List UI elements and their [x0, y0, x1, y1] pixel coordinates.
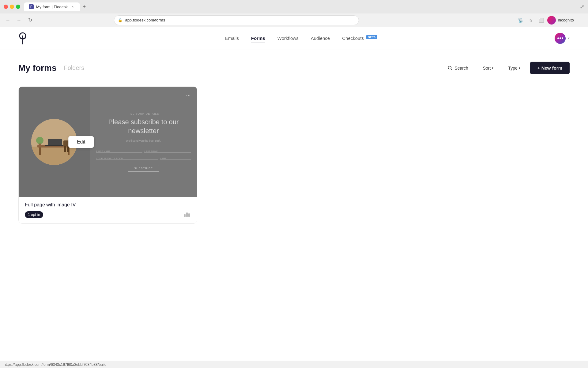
svg-rect-17 [184, 214, 186, 217]
search-icon [448, 66, 453, 71]
status-url: https://app.flodesk.com/form/6343c197f60… [4, 362, 107, 367]
tab-bar: F My form | Flodesk × + [24, 2, 89, 11]
preview-small-text: FILL YOUR DETAILS [128, 112, 159, 115]
analytics-chart-icon [183, 211, 191, 217]
forms-grid: FILL YOUR DETAILS Please subscribe to ou… [18, 86, 570, 224]
page-content: My forms Folders Search Sort ▾ Type [0, 49, 588, 236]
preview-headline: Please subscribe to our newsletter [96, 118, 191, 135]
nav-forms[interactable]: Forms [251, 34, 265, 42]
flodesk-logo-icon [18, 33, 29, 44]
window-expand-icon[interactable]: ⤢ [580, 3, 584, 10]
traffic-lights [4, 5, 20, 9]
tab-title: My form | Flodesk [36, 5, 68, 9]
form-card[interactable]: FILL YOUR DETAILS Please subscribe to ou… [18, 86, 197, 224]
preview-food-field: YOUR FAVORITE FOOD [96, 154, 158, 160]
preview-name-field: NAME [160, 154, 191, 160]
card-more-options-button[interactable]: ··· [183, 90, 193, 100]
form-card-preview: FILL YOUR DETAILS Please subscribe to ou… [19, 87, 197, 197]
incognito-label: Incognito [558, 18, 574, 22]
beta-badge: BETA [366, 35, 377, 39]
tab-favicon-icon: F [29, 4, 34, 9]
app-header: Emails Forms Workflows Audience Checkout… [0, 27, 588, 49]
cast-icon[interactable]: 📡 [516, 16, 525, 25]
svg-point-15 [36, 137, 43, 144]
form-card-info: Full page with image IV 1 opt-in [19, 197, 197, 223]
sort-button[interactable]: Sort ▾ [478, 63, 499, 73]
minimize-window-button[interactable] [10, 5, 14, 9]
sort-chevron-icon: ▾ [492, 66, 493, 70]
folders-link[interactable]: Folders [64, 64, 84, 71]
address-bar[interactable]: 🔒 app.flodesk.com/forms [114, 15, 359, 25]
close-window-button[interactable] [4, 5, 8, 9]
back-button[interactable]: ← [4, 16, 12, 25]
page-actions: Search Sort ▾ Type ▾ + New form [443, 62, 570, 74]
avatar-dots [557, 37, 563, 39]
svg-rect-11 [45, 145, 63, 146]
more-menu-icon[interactable]: ⋮ [576, 16, 584, 25]
opt-in-badge: 1 opt-in [25, 211, 43, 218]
preview-food-field-row: YOUR FAVORITE FOOD NAME [96, 155, 191, 160]
forward-button[interactable]: → [15, 16, 23, 25]
maximize-window-button[interactable] [16, 5, 20, 9]
extensions-icon[interactable]: ⬜ [537, 16, 545, 25]
browser-chrome: F My form | Flodesk × + ⤢ ← → ↻ 🔒 app.fl… [0, 0, 588, 27]
refresh-button[interactable]: ↻ [26, 16, 34, 25]
bookmark-icon[interactable]: ☆ [526, 16, 535, 25]
nav-audience[interactable]: Audience [311, 34, 330, 42]
preview-firstname-field: FIRST NAME [96, 147, 143, 153]
preview-submit-button: SUBSCRIBE [128, 165, 159, 172]
avatar-dot-2 [560, 37, 561, 39]
preview-inner: FILL YOUR DETAILS Please subscribe to ou… [19, 87, 197, 197]
svg-rect-8 [39, 148, 41, 155]
avatar-dot-3 [562, 37, 563, 39]
nav-checkouts[interactable]: Checkouts BETA [342, 34, 377, 42]
new-tab-button[interactable]: + [80, 2, 89, 11]
preview-lastname-field: LAST NAME [144, 147, 191, 153]
user-avatar[interactable] [555, 33, 566, 44]
preview-form-fields: FIRST NAME LAST NAME YOUR FAVORITE FOOD [96, 147, 191, 160]
header-right: ▾ [555, 33, 570, 44]
nav-emails[interactable]: Emails [225, 34, 239, 42]
analytics-icon[interactable] [183, 211, 191, 218]
form-edit-button[interactable]: Edit [68, 136, 94, 148]
type-chevron-icon: ▾ [519, 66, 520, 70]
nav-workflows[interactable]: Workflows [277, 34, 299, 42]
avatar-dot-1 [557, 37, 559, 39]
page-header: My forms Folders Search Sort ▾ Type [18, 62, 570, 74]
preview-field-row-1: FIRST NAME LAST NAME [96, 147, 191, 153]
form-card-title: Full page with image IV [25, 202, 191, 208]
svg-rect-10 [48, 139, 62, 146]
browser-titlebar: F My form | Flodesk × + ⤢ [0, 0, 588, 13]
search-button[interactable]: Search [443, 63, 473, 73]
avatar-dropdown-arrow[interactable]: ▾ [568, 36, 570, 40]
page-title: My forms [18, 63, 56, 73]
app-container: Emails Forms Workflows Audience Checkout… [0, 27, 588, 368]
profile-icon[interactable] [547, 16, 556, 25]
browser-toolbar: ← → ↻ 🔒 app.flodesk.com/forms 📡 ☆ ⬜ Inco… [0, 13, 588, 27]
preview-subtext: We'll send you the best stuff. [126, 139, 161, 142]
form-card-meta: 1 opt-in [25, 211, 191, 218]
svg-line-4 [451, 69, 452, 70]
app-nav: Emails Forms Workflows Audience Checkout… [48, 34, 555, 42]
svg-rect-13 [64, 146, 66, 152]
type-button[interactable]: Type ▾ [503, 63, 525, 73]
url-text: app.flodesk.com/forms [125, 18, 165, 22]
toolbar-actions: 📡 ☆ ⬜ Incognito ⋮ [516, 16, 584, 25]
preview-right-panel: FILL YOUR DETAILS Please subscribe to ou… [90, 87, 197, 197]
svg-rect-6 [31, 147, 77, 165]
svg-rect-19 [188, 213, 190, 217]
status-bar: https://app.flodesk.com/form/6343c197f60… [0, 361, 588, 368]
tab-close-button[interactable]: × [70, 4, 75, 9]
app-logo[interactable] [18, 33, 29, 44]
new-form-button[interactable]: + New form [530, 62, 570, 74]
page-title-group: My forms Folders [18, 63, 84, 73]
lock-icon: 🔒 [118, 18, 123, 22]
svg-rect-18 [186, 213, 188, 217]
svg-rect-16 [39, 144, 41, 146]
browser-tab-active[interactable]: F My form | Flodesk × [24, 2, 80, 11]
